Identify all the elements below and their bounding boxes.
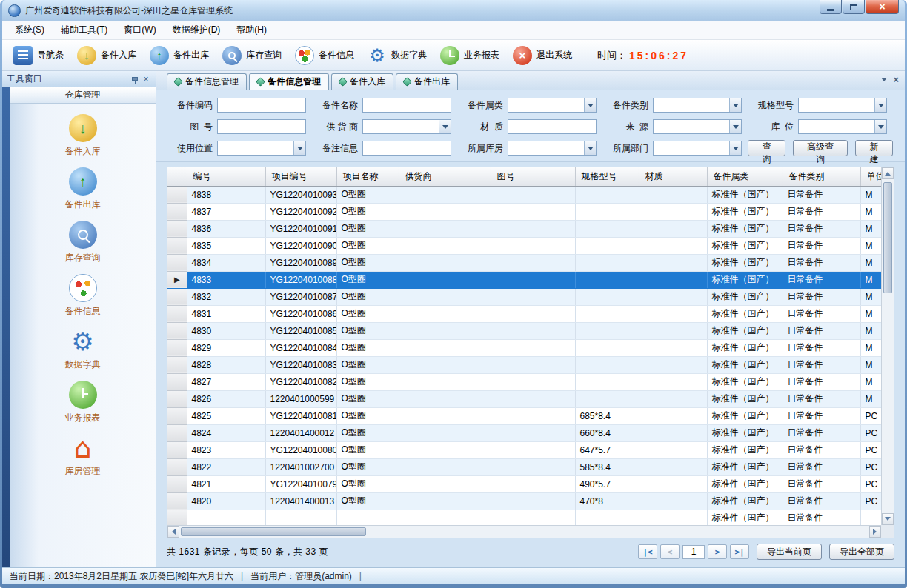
select-dropdown-button[interactable] (729, 141, 741, 155)
export-all-pages-button[interactable]: 导出全部页 (829, 544, 894, 560)
column-header-5[interactable]: 图号 (491, 167, 575, 186)
maximize-button[interactable] (843, 0, 865, 14)
table-row[interactable]: 4821YG12204010079O型圈490*5.7标准件（国产）日常备件PC (167, 475, 881, 492)
toolbar-button-business-report[interactable]: 业务报表 (433, 43, 506, 68)
prev-page-button[interactable]: < (660, 544, 680, 559)
row-selector-cell[interactable] (167, 475, 187, 492)
table-row[interactable]: 48261220401000599O型圈标准件（国产）日常备件M (167, 390, 881, 407)
horizontal-scroll-thumb[interactable] (181, 527, 366, 536)
toolbar-button-inventory-query[interactable]: 库存查询 (216, 43, 288, 68)
vertical-scroll-thumb[interactable] (883, 182, 892, 293)
horizontal-scrollbar[interactable] (167, 525, 881, 538)
search-input[interactable] (508, 119, 597, 134)
column-header-7[interactable]: 材质 (639, 167, 707, 186)
select-dropdown-button[interactable] (874, 120, 886, 133)
table-row[interactable]: 4836YG12204010091O型圈标准件（国产）日常备件M (167, 220, 881, 237)
menu-item[interactable]: 系统(S) (7, 20, 53, 40)
select-dropdown-button[interactable] (439, 120, 451, 133)
column-header-8[interactable]: 备件属类 (707, 167, 783, 186)
select-dropdown-button[interactable] (729, 98, 741, 112)
search-select[interactable] (653, 98, 742, 113)
row-selector-cell[interactable] (167, 339, 187, 356)
sidebar-item-parts-out[interactable]: ↑ 备件出库 (39, 167, 127, 211)
sidebar-item-parts-info[interactable]: 备件信息 (39, 274, 127, 318)
minimize-button[interactable] (820, 0, 842, 14)
row-selector-cell[interactable] (167, 424, 187, 441)
table-row[interactable]: 4834YG12204010089O型圈标准件（国产）日常备件M (167, 254, 881, 271)
menu-item[interactable]: 数据维护(D) (165, 20, 229, 40)
table-row[interactable]: 4823YG12204010080O型圈647*5.7标准件（国产）日常备件PC (167, 441, 881, 458)
row-selector-cell[interactable] (167, 441, 187, 458)
row-selector-cell[interactable] (167, 288, 187, 305)
search-select[interactable] (362, 119, 451, 134)
row-selector-cell[interactable] (167, 237, 187, 254)
row-selector-cell[interactable] (167, 458, 187, 475)
column-header-0[interactable] (167, 167, 187, 186)
row-selector-cell[interactable] (167, 305, 187, 322)
table-row[interactable]: 4837YG12204010092O型圈标准件（国产）日常备件M (167, 203, 881, 220)
row-selector-cell[interactable] (167, 356, 187, 373)
scroll-down-button[interactable] (882, 513, 894, 525)
table-row[interactable]: 48201220401400013O型圈470*8标准件（国产）日常备件PC (167, 492, 881, 510)
vertical-scrollbar[interactable] (881, 167, 894, 525)
search-select[interactable] (217, 141, 306, 156)
column-header-1[interactable]: 编号 (187, 167, 265, 186)
new-button[interactable]: 新建 (855, 140, 893, 156)
select-dropdown-button[interactable] (293, 141, 305, 155)
column-header-4[interactable]: 供货商 (399, 167, 491, 186)
tab-1[interactable]: 备件信息管理 (249, 73, 329, 90)
table-row[interactable]: 4832YG12204010087O型圈标准件（国产）日常备件M (167, 288, 881, 305)
tab-3[interactable]: 备件出库 (396, 73, 458, 90)
sidebar-item-warehouse[interactable]: ⌂ 库房管理 (39, 434, 127, 478)
row-selector-cell[interactable] (167, 322, 187, 339)
table-row[interactable]: 4825YG12204010081O型圈685*8.4标准件（国产）日常备件PC (167, 407, 881, 424)
row-selector-cell[interactable] (167, 203, 187, 220)
table-row[interactable]: 4831YG12204010086O型圈标准件（国产）日常备件M (167, 305, 881, 322)
tab-0[interactable]: 备件信息管理 (167, 73, 247, 90)
query-button[interactable]: 查询 (748, 140, 785, 156)
sidebar-item-inventory-query[interactable]: 库存查询 (39, 221, 127, 264)
close-button[interactable]: × (866, 0, 899, 14)
next-page-button[interactable]: > (708, 544, 727, 559)
advanced-query-button[interactable]: 高级查询 (793, 140, 848, 156)
select-dropdown-button[interactable] (874, 98, 886, 112)
search-select[interactable] (798, 119, 887, 134)
select-dropdown-button[interactable] (584, 141, 596, 155)
toolbar-button-parts-in[interactable]: ↓ 备件入库 (70, 43, 143, 68)
row-selector-cell[interactable] (167, 254, 187, 271)
sidebar-item-data-dictionary[interactable]: ⚙ 数据字典 (39, 327, 127, 371)
sidebar-group-header[interactable]: 仓库管理 (10, 87, 156, 104)
search-input[interactable] (362, 141, 451, 156)
row-selector-cell[interactable] (167, 510, 187, 525)
scroll-up-button[interactable] (882, 167, 894, 179)
table-row[interactable]: 4830YG12204010085O型圈标准件（国产）日常备件M (167, 322, 881, 339)
pin-icon[interactable] (132, 77, 138, 81)
column-header-10[interactable]: 单位 (860, 167, 881, 186)
search-select[interactable] (798, 98, 887, 113)
first-page-button[interactable]: |< (638, 544, 657, 559)
table-row[interactable]: 4835YG12204010090O型圈标准件（国产）日常备件M (167, 237, 881, 254)
last-page-button[interactable]: >| (730, 544, 749, 559)
toolbar-button-data-dictionary[interactable]: ⚙ 数据字典 (361, 43, 433, 68)
search-select[interactable] (508, 141, 597, 156)
search-input[interactable] (217, 98, 306, 113)
scroll-right-button[interactable] (869, 526, 881, 538)
row-selector-cell[interactable] (167, 373, 187, 390)
table-row[interactable]: 4828YG12204010083O型圈标准件（国产）日常备件M (167, 356, 881, 373)
table-row[interactable]: 4827YG12204010082O型圈标准件（国产）日常备件M (167, 373, 881, 390)
sidebar-item-business-report[interactable]: 业务报表 (39, 381, 127, 424)
table-row[interactable]: 标准件（国产）日常备件 (167, 510, 881, 525)
toolbar-button-navbar[interactable]: 导航条 (7, 43, 70, 68)
column-header-9[interactable]: 备件类别 (783, 167, 860, 186)
column-header-6[interactable]: 规格型号 (575, 167, 639, 186)
row-selector-cell[interactable] (167, 390, 187, 407)
menu-item[interactable]: 帮助(H) (228, 20, 275, 40)
search-input[interactable] (362, 98, 451, 113)
select-dropdown-button[interactable] (729, 120, 741, 133)
column-header-3[interactable]: 项目名称 (336, 167, 399, 186)
search-select[interactable] (508, 98, 597, 113)
select-dropdown-button[interactable] (584, 98, 596, 112)
row-selector-cell[interactable] (167, 492, 187, 510)
tab-close-icon[interactable]: × (893, 75, 899, 84)
toolbar-button-parts-out[interactable]: ↑ 备件出库 (143, 43, 216, 68)
